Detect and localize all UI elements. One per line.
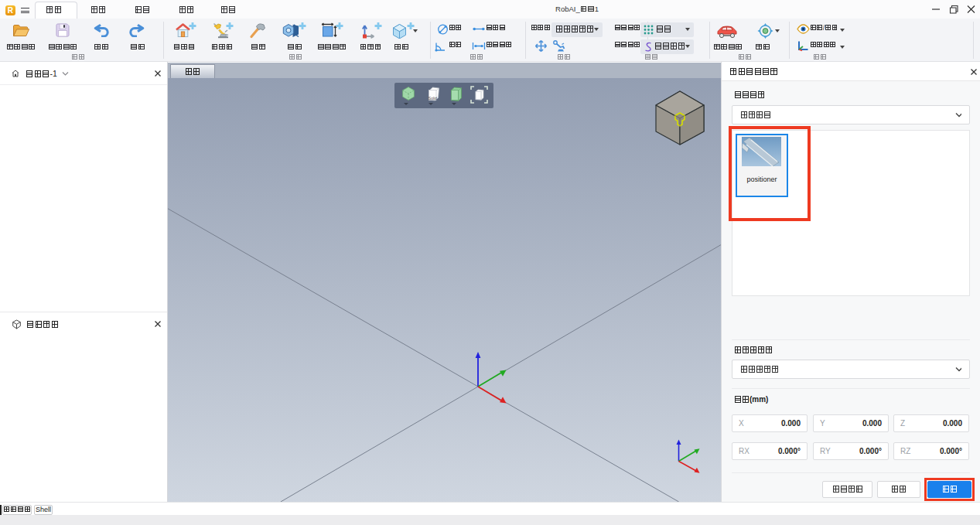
svg-text:Solid: Solid — [429, 96, 438, 101]
